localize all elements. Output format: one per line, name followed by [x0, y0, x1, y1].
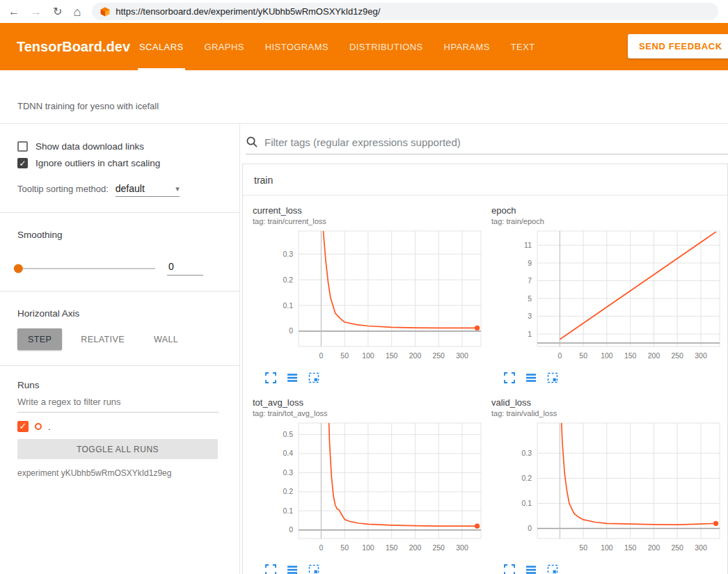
checkbox-unchecked-icon[interactable]	[17, 141, 28, 152]
tooltip-sorting-select[interactable]: default ▾	[116, 183, 180, 197]
tag-filter-input[interactable]	[264, 136, 728, 148]
toggle-all-runs-button[interactable]: TOGGLE ALL RUNS	[17, 439, 218, 459]
tooltip-sorting-label: Tooltip sorting method:	[17, 184, 109, 194]
screen: ← → ↻ ⌂ https://tensorboard.dev/experime…	[0, 0, 728, 574]
runs-label: Runs	[17, 380, 219, 390]
svg-text:150: 150	[624, 351, 637, 360]
tooltip-sorting-value: default	[116, 183, 145, 194]
tab-histograms[interactable]: HISTOGRAMS	[265, 23, 329, 70]
svg-text:0: 0	[319, 351, 323, 360]
fit-domain-icon[interactable]	[547, 564, 558, 574]
run-checkbox-icon[interactable]: ✓	[17, 421, 29, 432]
tab-scalars[interactable]: SCALARS	[139, 23, 184, 70]
browser-toolbar: ← → ↻ ⌂ https://tensorboard.dev/experime…	[0, 0, 728, 23]
line-chart[interactable]: 00.10.20.350100150200250300	[491, 419, 725, 561]
svg-text:250: 250	[432, 543, 445, 552]
checkbox-checked-icon[interactable]: ✓	[17, 158, 28, 168]
chart-tag: tag: train/current_loss	[253, 217, 486, 225]
brand-logo[interactable]: TensorBoard.dev	[0, 39, 139, 55]
send-feedback-button[interactable]: SEND FEEDBACK	[628, 34, 728, 58]
full-width-icon[interactable]	[287, 564, 298, 574]
back-icon[interactable]: ←	[8, 6, 19, 17]
svg-text:100: 100	[601, 351, 613, 360]
tab-text[interactable]: TEXT	[511, 23, 535, 70]
svg-text:200: 200	[648, 543, 660, 552]
chart-title: epoch	[491, 205, 725, 216]
chart-card-current-loss: current_loss tag: train/current_loss 00.…	[253, 205, 486, 383]
expand-chart-icon[interactable]	[265, 564, 276, 574]
svg-text:150: 150	[624, 543, 637, 552]
scalars-main: train current_loss tag: train/current_lo…	[240, 124, 728, 574]
axis-step-button[interactable]: STEP	[17, 328, 62, 350]
address-bar[interactable]: https://tensorboard.dev/experiment/yKUbh…	[92, 3, 718, 20]
svg-text:0: 0	[319, 543, 323, 552]
show-download-row[interactable]: Show data download links	[17, 141, 219, 152]
svg-text:5: 5	[528, 294, 532, 303]
url-text[interactable]: https://tensorboard.dev/experiment/yKUbh…	[116, 6, 380, 17]
svg-text:0.4: 0.4	[283, 449, 293, 457]
full-width-icon[interactable]	[525, 564, 537, 574]
svg-text:0.1: 0.1	[283, 301, 293, 310]
line-chart[interactable]: 00.10.20.30.40.5050100150200250300	[253, 419, 486, 561]
svg-text:0.2: 0.2	[283, 487, 293, 495]
svg-text:0.1: 0.1	[521, 499, 532, 507]
svg-text:100: 100	[362, 543, 374, 552]
chart-card-valid-loss: valid_loss tag: train/valid_loss 00.10.2…	[491, 397, 725, 574]
smoothing-slider[interactable]	[17, 268, 155, 269]
expand-chart-icon[interactable]	[504, 564, 515, 574]
fit-domain-icon[interactable]	[308, 564, 319, 574]
svg-text:300: 300	[456, 351, 468, 360]
full-width-icon[interactable]	[287, 372, 298, 383]
expand-chart-icon[interactable]	[265, 372, 276, 383]
show-download-label: Show data download links	[35, 141, 144, 152]
svg-text:150: 150	[386, 351, 398, 360]
full-width-icon[interactable]	[525, 372, 537, 383]
experiment-id-caption: experiment yKUbhb5wRmOSXYkId1z9eg	[17, 468, 219, 478]
runs-filter-input[interactable]	[17, 392, 219, 413]
svg-text:250: 250	[432, 351, 445, 360]
svg-text:0.1: 0.1	[283, 507, 293, 515]
fit-domain-icon[interactable]	[547, 372, 558, 383]
ignore-outliers-row[interactable]: ✓ Ignore outliers in chart scaling	[17, 158, 219, 168]
svg-text:0.3: 0.3	[521, 449, 532, 457]
svg-text:0: 0	[289, 525, 293, 534]
slider-thumb[interactable]	[14, 264, 23, 273]
fit-domain-icon[interactable]	[308, 372, 319, 383]
search-icon	[246, 136, 258, 148]
svg-text:0.2: 0.2	[521, 474, 532, 482]
svg-text:250: 250	[671, 543, 683, 552]
group-title[interactable]: train	[243, 164, 727, 196]
experiment-title-bar: TDNN training for yesno with icefall	[0, 70, 728, 124]
expand-chart-icon[interactable]	[504, 372, 515, 383]
line-chart[interactable]: 00.10.20.3050100150200250300	[253, 227, 486, 369]
line-chart[interactable]: 1357911050100150200250300	[491, 227, 725, 369]
svg-text:300: 300	[695, 351, 707, 360]
tag-filter-row	[246, 136, 728, 154]
content: Show data download links ✓ Ignore outlie…	[0, 124, 728, 574]
tab-graphs[interactable]: GRAPHS	[205, 23, 244, 70]
chart-tag: tag: train/valid_loss	[491, 409, 725, 417]
svg-text:0: 0	[557, 351, 562, 360]
experiment-title: TDNN training for yesno with icefall	[17, 101, 159, 111]
charts-grid: current_loss tag: train/current_loss 00.…	[243, 196, 727, 574]
svg-text:100: 100	[601, 543, 613, 552]
svg-text:0: 0	[528, 524, 532, 532]
forward-icon[interactable]: →	[31, 6, 42, 17]
svg-text:300: 300	[456, 543, 468, 552]
reload-icon[interactable]: ↻	[53, 6, 62, 17]
svg-text:11: 11	[524, 241, 532, 249]
tab-hparams[interactable]: HPARAMS	[444, 23, 490, 70]
svg-text:0.5: 0.5	[283, 430, 293, 438]
caret-down-icon: ▾	[175, 184, 180, 193]
svg-text:50: 50	[579, 543, 587, 552]
smoothing-value-input[interactable]: 0	[167, 261, 203, 276]
chart-card-tot-avg-loss: tot_avg_loss tag: train/tot_avg_loss 00.…	[253, 397, 486, 574]
axis-relative-button[interactable]: RELATIVE	[70, 328, 135, 350]
chart-tag: tag: train/epoch	[491, 217, 725, 225]
tab-distributions[interactable]: DISTRIBUTIONS	[349, 23, 423, 70]
run-row[interactable]: ✓ .	[17, 421, 219, 432]
axis-wall-button[interactable]: WALL	[143, 328, 189, 350]
home-icon[interactable]: ⌂	[73, 6, 81, 18]
run-group-card: train current_loss tag: train/current_lo…	[242, 164, 728, 574]
chart-card-epoch: epoch tag: train/epoch 13579110501001502…	[491, 205, 725, 383]
